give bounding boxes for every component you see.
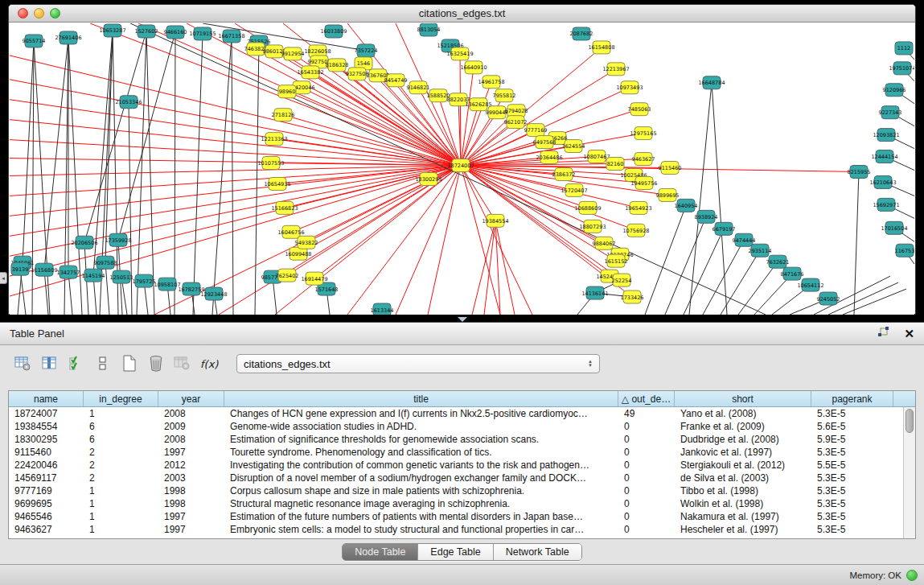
column-header-title[interactable]: title: [224, 391, 618, 406]
graph-node[interactable]: 9055714: [23, 35, 46, 47]
graph-node[interactable]: 6679197: [713, 222, 736, 235]
graph-node[interactable]: 7955812: [493, 89, 516, 102]
float-panel-icon[interactable]: [877, 327, 889, 341]
graph-node[interactable]: 16210643: [869, 175, 896, 188]
table-row[interactable]: 2242004622012Investigating the contribut…: [9, 459, 915, 472]
graph-node[interactable]: 3624554: [562, 140, 585, 153]
table-row[interactable]: 1938455462009Genome-wide association stu…: [9, 420, 915, 433]
graph-node[interactable]: 1145194: [82, 269, 105, 282]
show-columns-icon[interactable]: [39, 353, 60, 374]
graph-node[interactable]: 8454749: [384, 74, 408, 87]
graph-node[interactable]: 1733426: [621, 290, 644, 303]
graph-node[interactable]: 12213967: [602, 63, 629, 76]
graph-window-titlebar[interactable]: citations_edges.txt: [9, 5, 915, 23]
tab-network-table[interactable]: Network Table: [494, 544, 581, 560]
graph-node[interactable]: 16154808: [588, 41, 614, 54]
table-select-dropdown[interactable]: citations_edges.txt ▲▼: [236, 354, 600, 373]
graph-node[interactable]: 1342757: [57, 266, 80, 278]
graph-node[interactable]: 12213363: [261, 133, 287, 146]
graph-node[interactable]: 1615152: [605, 254, 628, 267]
select-columns-icon[interactable]: [66, 353, 87, 374]
graph-node[interactable]: 19384554: [482, 214, 508, 227]
graph-node[interactable]: 1795725: [133, 274, 156, 287]
graph-node[interactable]: 9463627: [632, 153, 655, 166]
graph-node[interactable]: 20206506: [71, 236, 97, 249]
graph-node[interactable]: 17359928: [105, 233, 131, 246]
graph-node[interactable]: 116753: [895, 244, 914, 257]
graph-node[interactable]: 9777169: [524, 124, 548, 137]
delete-table-icon[interactable]: [146, 353, 166, 374]
graph-node[interactable]: 14961758: [478, 76, 504, 89]
graph-node[interactable]: 10719155: [189, 27, 216, 40]
merge-rows-icon[interactable]: [92, 353, 113, 374]
close-icon[interactable]: [18, 8, 28, 19]
graph-node[interactable]: 7632621: [766, 255, 790, 268]
column-header-year[interactable]: year: [158, 391, 224, 406]
graph-node[interactable]: 10654935: [264, 177, 290, 190]
graph-node[interactable]: 7625402: [276, 269, 299, 282]
graph-node[interactable]: 10688609: [574, 201, 601, 214]
graph-node[interactable]: 6497568: [533, 136, 556, 149]
column-header-short[interactable]: short: [675, 391, 811, 406]
graph-node[interactable]: 98960: [278, 85, 296, 98]
table-scrollbar-thumb[interactable]: [906, 409, 914, 433]
column-header-pagerank[interactable]: pagerank: [811, 391, 893, 406]
graph-node[interactable]: 10654112: [797, 278, 823, 291]
graph-node[interactable]: 9227343: [879, 106, 902, 119]
graph-node[interactable]: 17016504: [881, 221, 907, 234]
graph-node[interactable]: 16033809: [320, 25, 347, 38]
graph-node[interactable]: 9884067: [593, 237, 616, 249]
graph-node[interactable]: 21053346: [115, 96, 142, 109]
graph-node[interactable]: 1112: [895, 42, 913, 55]
table-row[interactable]: 911546021997Tourette syndrome. Phenomeno…: [9, 446, 915, 459]
graph-node[interactable]: 9115460: [659, 162, 682, 175]
network-canvas[interactable]: 1872400718300295193845549055714276914061…: [10, 23, 914, 315]
graph-node[interactable]: 19751074: [889, 62, 914, 75]
network-graph[interactable]: 1872400718300295193845549055714276914061…: [10, 23, 914, 315]
table-settings-icon[interactable]: [13, 353, 34, 374]
graph-node[interactable]: 9097588: [94, 256, 117, 269]
zoom-icon[interactable]: [50, 8, 60, 19]
table-row[interactable]: 1830029562008Estimation of significance …: [9, 433, 915, 446]
graph-node[interactable]: 8813054: [417, 23, 441, 36]
graph-node[interactable]: 9245052: [817, 292, 840, 305]
graph-node[interactable]: 2386372: [552, 168, 576, 181]
graph-node[interactable]: 16648784: [698, 76, 725, 89]
graph-node[interactable]: 8186328: [326, 59, 349, 72]
column-header-name[interactable]: name: [9, 391, 84, 406]
graph-node[interactable]: 1250513: [110, 270, 133, 283]
table-row[interactable]: 1872400712008Changes of HCN gene express…: [9, 407, 915, 420]
graph-node[interactable]: 2087682: [570, 27, 593, 40]
graph-node[interactable]: 1640954: [675, 199, 698, 212]
graph-node[interactable]: 27691406: [55, 31, 81, 44]
graph-node[interactable]: 2718126: [272, 109, 295, 122]
panel-collapse-handle[interactable]: ◂: [0, 272, 7, 284]
function-builder-icon[interactable]: f(x): [199, 353, 220, 374]
graph-node[interactable]: 2935114: [749, 244, 772, 257]
table-row[interactable]: 946362711997Embryonic stem cells: a mode…: [9, 523, 915, 536]
graph-node[interactable]: 9466160: [164, 26, 187, 39]
minimize-icon[interactable]: [34, 8, 44, 19]
graph-node[interactable]: 7357224: [355, 44, 378, 57]
graph-node[interactable]: 7485063: [628, 103, 651, 116]
new-document-icon[interactable]: [119, 353, 140, 374]
graph-node[interactable]: 16640910: [460, 61, 487, 74]
table-row[interactable]: 977716911998Corpus callosum shape and si…: [9, 484, 915, 497]
graph-node[interactable]: 39139: [11, 262, 29, 275]
graph-node[interactable]: 10653287: [99, 24, 125, 37]
graph-node[interactable]: 9912954: [281, 47, 305, 60]
column-header-in_degree[interactable]: in_degree: [84, 391, 158, 406]
table-row[interactable]: 1456911722003Disruption of a novel membe…: [9, 472, 915, 484]
graph-node[interactable]: 82160: [606, 158, 624, 171]
tab-edge-table[interactable]: Edge Table: [418, 544, 493, 560]
graph-node[interactable]: 19654923: [625, 201, 651, 214]
column-header-out_de[interactable]: △ out_de…: [618, 391, 675, 406]
tab-node-table[interactable]: Node Table: [343, 544, 418, 560]
table-row[interactable]: 946554611997Estimation of the future num…: [9, 510, 915, 523]
graph-node[interactable]: 5493822: [295, 236, 318, 249]
graph-node[interactable]: 8215955: [848, 166, 871, 179]
graph-node[interactable]: 15166823: [271, 201, 298, 214]
close-panel-icon[interactable]: ✕: [904, 328, 914, 340]
graph-node[interactable]: 8938924: [695, 210, 718, 223]
graph-node[interactable]: 252254: [612, 274, 632, 286]
